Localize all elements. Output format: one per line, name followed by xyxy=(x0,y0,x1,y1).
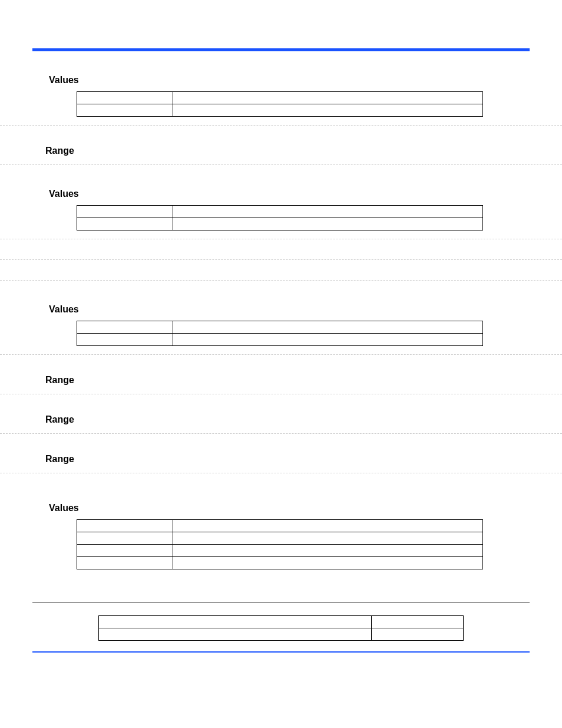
table-row xyxy=(77,545,483,557)
header-rule xyxy=(32,48,530,51)
table-cell xyxy=(77,218,173,230)
table-row xyxy=(77,218,483,230)
dashed-separator xyxy=(0,354,562,355)
table-cell xyxy=(173,557,483,569)
table-cell xyxy=(173,206,483,218)
table-row xyxy=(77,104,483,117)
table-cell xyxy=(77,92,173,104)
footer-rule xyxy=(32,651,530,653)
table-cell xyxy=(77,321,173,334)
section-label-values: Values xyxy=(49,503,530,513)
table-cell xyxy=(173,545,483,557)
table-row xyxy=(77,532,483,545)
section-label-values: Values xyxy=(49,75,530,85)
table-cell xyxy=(173,520,483,532)
table-cell xyxy=(173,532,483,545)
table-cell xyxy=(173,334,483,346)
dashed-separator xyxy=(0,433,562,434)
table-cell xyxy=(77,557,173,569)
section-label-range: Range xyxy=(45,414,530,425)
table-row xyxy=(77,520,483,532)
dashed-separator xyxy=(0,280,562,281)
section-label-values: Values xyxy=(49,189,530,199)
table-cell xyxy=(77,545,173,557)
dashed-separator xyxy=(0,394,562,394)
section-label-range: Range xyxy=(45,375,530,386)
values-table xyxy=(77,519,483,569)
table-cell xyxy=(77,532,173,545)
table-cell xyxy=(77,206,173,218)
table-row xyxy=(77,321,483,334)
table-row xyxy=(99,628,464,641)
dashed-separator xyxy=(0,164,562,165)
table-row xyxy=(77,206,483,218)
table-row xyxy=(77,557,483,569)
table-cell xyxy=(173,92,483,104)
table-cell xyxy=(77,104,173,117)
table-cell xyxy=(99,628,372,641)
table-cell xyxy=(173,321,483,334)
table-cell xyxy=(372,616,464,628)
table-row xyxy=(77,92,483,104)
table-row xyxy=(77,334,483,346)
table-row xyxy=(99,616,464,628)
values-table xyxy=(77,321,483,346)
section-label-values: Values xyxy=(49,304,530,315)
dashed-separator xyxy=(0,473,562,473)
table-cell xyxy=(77,334,173,346)
table-cell xyxy=(173,104,483,117)
table-cell xyxy=(372,628,464,641)
section-label-range: Range xyxy=(45,454,530,465)
table-cell xyxy=(99,616,372,628)
values-table xyxy=(77,205,483,230)
document-page: Values Range Values Values Range Range R… xyxy=(0,48,562,728)
table-cell xyxy=(173,218,483,230)
footer-table xyxy=(98,615,464,641)
dashed-separator xyxy=(0,125,562,126)
table-cell xyxy=(77,520,173,532)
values-table xyxy=(77,91,483,117)
section-label-range: Range xyxy=(45,146,530,156)
solid-separator xyxy=(32,602,530,602)
